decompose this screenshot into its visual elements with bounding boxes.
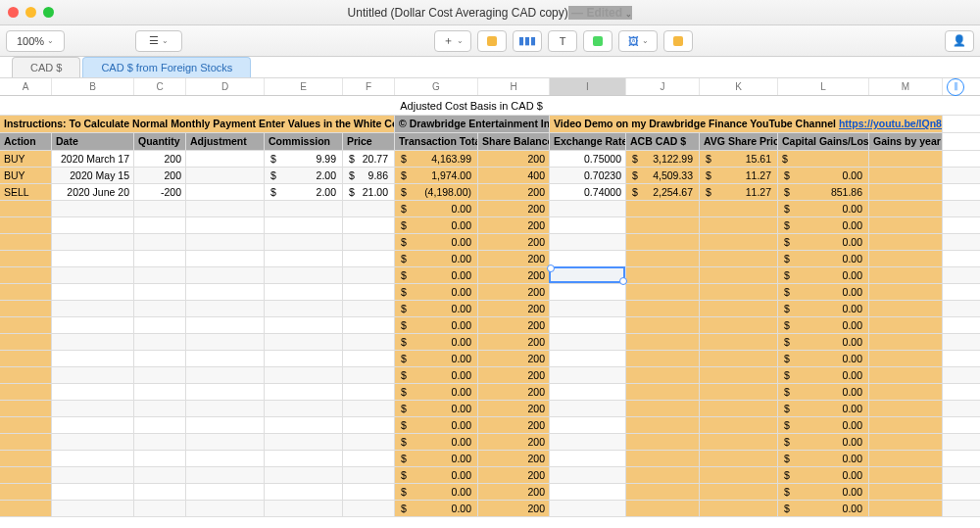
cell[interactable]: 0.75000 bbox=[550, 151, 626, 167]
cell[interactable]: 200 bbox=[478, 334, 550, 350]
cell[interactable]: $2,254.67 bbox=[626, 184, 700, 200]
media-button[interactable]: 🖼 ⌄ bbox=[618, 30, 658, 52]
cell[interactable] bbox=[626, 434, 700, 450]
cell[interactable] bbox=[626, 384, 700, 400]
cell[interactable]: 200 bbox=[478, 284, 550, 300]
cell[interactable]: $0.00 bbox=[778, 234, 869, 250]
zoom-icon[interactable] bbox=[43, 7, 54, 18]
cell[interactable]: 200 bbox=[478, 267, 550, 283]
cell[interactable] bbox=[869, 151, 943, 167]
cell[interactable]: 200 bbox=[134, 151, 186, 167]
cell[interactable] bbox=[0, 417, 52, 433]
cell[interactable] bbox=[869, 334, 943, 350]
cell[interactable]: 200 bbox=[478, 401, 550, 416]
cell[interactable] bbox=[626, 467, 700, 483]
cell[interactable] bbox=[626, 201, 700, 216]
cell[interactable] bbox=[134, 351, 186, 366]
cell[interactable] bbox=[265, 484, 343, 500]
header-cell[interactable]: Date bbox=[52, 133, 134, 150]
cell[interactable] bbox=[134, 234, 186, 250]
cell[interactable]: 200 bbox=[478, 151, 550, 167]
cell[interactable] bbox=[134, 451, 186, 466]
cell[interactable] bbox=[869, 351, 943, 366]
cell[interactable]: $2.00 bbox=[265, 168, 343, 183]
cell[interactable] bbox=[186, 201, 265, 216]
cell[interactable] bbox=[343, 234, 395, 250]
cell[interactable] bbox=[700, 284, 778, 300]
cell[interactable] bbox=[700, 301, 778, 316]
cell[interactable] bbox=[134, 317, 186, 333]
cell[interactable]: 200 bbox=[478, 217, 550, 233]
cell[interactable] bbox=[186, 401, 265, 416]
cell[interactable] bbox=[550, 217, 626, 233]
cell[interactable]: 200 bbox=[478, 417, 550, 433]
cell[interactable]: $0.00 bbox=[395, 434, 478, 450]
minimize-icon[interactable] bbox=[25, 7, 36, 18]
cell[interactable] bbox=[186, 367, 265, 383]
cell[interactable]: $0.00 bbox=[778, 467, 869, 483]
cell[interactable] bbox=[550, 384, 626, 400]
cell[interactable]: 200 bbox=[134, 168, 186, 183]
cell[interactable] bbox=[134, 284, 186, 300]
cell[interactable] bbox=[700, 334, 778, 350]
cell[interactable] bbox=[550, 434, 626, 450]
cell[interactable]: $4,163.99 bbox=[395, 151, 478, 167]
cell[interactable] bbox=[869, 184, 943, 200]
cell[interactable] bbox=[52, 317, 134, 333]
insert-button[interactable]: ＋ ⌄ bbox=[434, 30, 471, 52]
col-head[interactable]: I bbox=[550, 78, 626, 95]
cell[interactable] bbox=[869, 467, 943, 483]
cell[interactable] bbox=[134, 217, 186, 233]
cell[interactable] bbox=[700, 501, 778, 516]
cell[interactable] bbox=[134, 251, 186, 266]
cell[interactable] bbox=[52, 401, 134, 416]
header-cell[interactable]: Share Balance bbox=[478, 133, 550, 150]
cell[interactable]: $0.00 bbox=[395, 217, 478, 233]
cell[interactable] bbox=[550, 284, 626, 300]
cell[interactable]: $0.00 bbox=[778, 351, 869, 366]
text-button[interactable]: T bbox=[548, 30, 577, 52]
cell[interactable] bbox=[343, 217, 395, 233]
chart-button[interactable]: ▮▮▮ bbox=[513, 30, 542, 52]
cell[interactable]: $0.00 bbox=[395, 267, 478, 283]
cell[interactable] bbox=[550, 317, 626, 333]
cell[interactable] bbox=[550, 501, 626, 516]
cell[interactable] bbox=[0, 434, 52, 450]
cell[interactable] bbox=[869, 284, 943, 300]
cell[interactable] bbox=[186, 184, 265, 200]
cell[interactable] bbox=[52, 234, 134, 250]
cell[interactable] bbox=[550, 267, 626, 283]
cell[interactable]: 2020 May 15 bbox=[52, 168, 134, 183]
cell[interactable] bbox=[265, 234, 343, 250]
cell[interactable] bbox=[0, 501, 52, 516]
cell[interactable] bbox=[700, 467, 778, 483]
cell[interactable] bbox=[186, 317, 265, 333]
cell[interactable] bbox=[0, 317, 52, 333]
cell[interactable]: $0.00 bbox=[395, 384, 478, 400]
cell[interactable] bbox=[265, 284, 343, 300]
cell[interactable] bbox=[134, 301, 186, 316]
cell[interactable]: 200 bbox=[478, 184, 550, 200]
sheet-tab[interactable]: CAD $ bbox=[12, 57, 80, 77]
cell[interactable] bbox=[134, 367, 186, 383]
cell[interactable]: $0.00 bbox=[778, 384, 869, 400]
cell[interactable]: 200 bbox=[478, 384, 550, 400]
cell[interactable] bbox=[265, 351, 343, 366]
col-head[interactable]: D bbox=[186, 78, 265, 95]
zoom-select[interactable]: 100%⌄ bbox=[6, 30, 65, 52]
cell[interactable] bbox=[550, 484, 626, 500]
cell[interactable]: $21.00 bbox=[343, 184, 395, 200]
cell[interactable] bbox=[52, 367, 134, 383]
cell[interactable]: 200 bbox=[478, 351, 550, 366]
cell[interactable] bbox=[0, 467, 52, 483]
cell[interactable]: 200 bbox=[478, 251, 550, 266]
cell[interactable] bbox=[186, 334, 265, 350]
cell[interactable] bbox=[0, 334, 52, 350]
cell[interactable] bbox=[52, 217, 134, 233]
cell[interactable] bbox=[52, 501, 134, 516]
cell[interactable]: $851.86 bbox=[778, 184, 869, 200]
header-cell[interactable]: Commission bbox=[265, 133, 343, 150]
cell[interactable] bbox=[186, 451, 265, 466]
cell[interactable] bbox=[343, 384, 395, 400]
col-head[interactable]: F bbox=[343, 78, 395, 95]
